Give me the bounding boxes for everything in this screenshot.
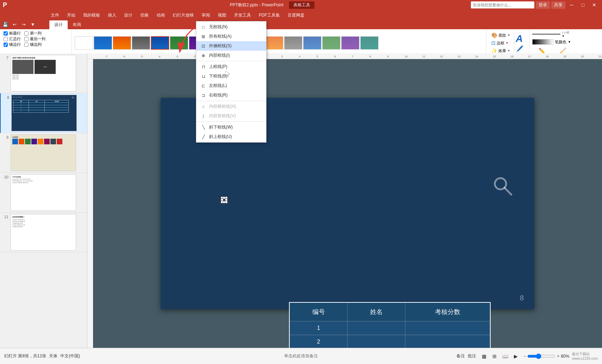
menu-slideshow[interactable]: 幻灯片放映 — [169, 11, 197, 20]
table-cell-2-1[interactable]: 2 — [289, 335, 348, 348]
table-cell-1-2[interactable] — [348, 321, 405, 335]
table-style-orange-2[interactable] — [265, 36, 283, 50]
table-style-purple-2[interactable] — [341, 36, 360, 50]
ribbon-tab-layout[interactable]: 布局 — [68, 20, 86, 29]
table-cell-1-1[interactable]: 1 — [289, 321, 348, 335]
menu-my-templates[interactable]: 我的模板 — [80, 11, 104, 20]
reading-view-button[interactable]: 📖 — [500, 352, 510, 360]
status-right: 备注 批注 ▦ ⊞ 📖 ▶ − + 80% 极光下载站 www.x1234.co… — [456, 352, 598, 360]
checkbox-row-1: 标题行 第一列 — [4, 31, 42, 36]
redo-qa-button[interactable]: ↪ — [20, 20, 27, 28]
slide-main-table[interactable]: 编号 姓名 考核分数 1 2 — [289, 302, 491, 348]
dropdown-item-right-border[interactable]: ⊐ 右框线(R) — [196, 90, 266, 100]
table-style-green-2[interactable] — [322, 36, 340, 50]
slide-num-9: 9 — [3, 135, 8, 139]
normal-view-button[interactable]: ▦ — [479, 352, 489, 360]
checkbox-last-col[interactable] — [24, 37, 29, 41]
zoom-controls: − + 80% — [523, 353, 569, 359]
login-button[interactable]: 登录 — [536, 1, 550, 9]
pen-color-preview — [532, 39, 553, 45]
dropdown-item-top-border[interactable]: ⊓ 上框线(P) — [196, 62, 266, 71]
menu-pdf-tools[interactable]: PDF工具集 — [255, 11, 283, 20]
table-style-orange[interactable] — [113, 36, 131, 50]
status-left: 幻灯片 第8张，共11张 天体 中文(中国) — [4, 353, 80, 359]
slide-thumbnail-10[interactable]: 10 文字内容标题 这是正文内容，包含了相关的文字说明。 PowerPoint教… — [0, 173, 87, 213]
table-style-gray-2[interactable] — [284, 36, 302, 50]
zoom-out-button[interactable]: − — [523, 354, 526, 359]
notes-button[interactable]: 备注 — [456, 353, 465, 359]
table-style-none[interactable] — [75, 36, 93, 50]
checkbox-total-row[interactable] — [4, 37, 8, 41]
checkbox-banded-rows[interactable] — [4, 43, 8, 47]
watermark-text: 极光下载站 — [572, 352, 590, 356]
maximize-button[interactable]: □ — [578, 1, 588, 9]
checkbox-header-row[interactable] — [4, 31, 8, 36]
menu-view[interactable]: 视图 — [214, 11, 230, 20]
slide-thumbnail-11[interactable]: 11 如何使用视频？ 1.这是第一条说明内容文字 2.PowerPoint中的视… — [0, 213, 87, 252]
table-cell-1-3[interactable] — [405, 321, 490, 335]
menu-review[interactable]: 审阅 — [198, 11, 214, 20]
table-style-blue-1[interactable] — [94, 36, 112, 50]
table-style-gray[interactable] — [132, 36, 150, 50]
dropdown-item-outer-borders[interactable]: ⊡ 外侧框线(S) — [196, 41, 266, 51]
language-info: 中文(中国) — [60, 353, 80, 359]
table-style-darkblue-2[interactable] — [303, 36, 321, 50]
table-style-darkblue[interactable] — [151, 36, 169, 50]
border-button[interactable]: ⊡ 边框 ▼ — [489, 39, 512, 46]
checkbox-first-col[interactable] — [24, 31, 29, 36]
window-title: PPT教程2.pptx - PowerPoint — [230, 2, 283, 8]
right-border-label: 右框线(R) — [209, 92, 228, 98]
pen-color-arrow[interactable]: ▼ — [568, 40, 571, 44]
diag-down-icon: ╲ — [201, 125, 206, 130]
slide-thumbnail-7[interactable]: 7 选择下图照片效果对应的选项 集体照 选项文字内容选项文字内容选项文字内容 — [0, 54, 87, 93]
no-border-label: 无框线(N) — [209, 24, 228, 30]
dropdown-item-no-border[interactable]: □ 无框线(N) — [196, 22, 266, 32]
undo-qa-button[interactable]: ↩ — [11, 20, 18, 28]
menu-insert[interactable]: 插入 — [104, 11, 120, 20]
wordart-A-button[interactable]: A — [516, 33, 523, 44]
minimize-button[interactable]: ─ — [567, 1, 577, 9]
pen-width-arrow[interactable]: ▼ — [562, 34, 569, 38]
svg-text:-5: -5 — [140, 55, 143, 58]
table-style-green[interactable] — [170, 36, 188, 50]
dropdown-item-bottom-border[interactable]: ⊔ 下框线(B) — [196, 71, 266, 81]
slide-thumbnail-9[interactable]: 9 内容标题 — [0, 133, 87, 173]
dropdown-item-diag-down[interactable]: ╲ 斜下框线(W) — [196, 123, 266, 132]
slide-sorter-button[interactable]: ⊞ — [490, 352, 499, 360]
customize-qa-button[interactable]: ▼ — [29, 20, 37, 28]
table-cell-2-2[interactable] — [348, 335, 405, 348]
dropdown-item-inner-borders[interactable]: ⊕ 内部框线(I) — [196, 51, 266, 60]
slide-thumbnail-8[interactable]: 8 编号 姓名 考核分数 编号姓名考核分数 1 2 3 4 🔍 — [0, 93, 87, 133]
zoom-slider[interactable] — [527, 353, 555, 359]
save-qa-button[interactable]: 💾 — [1, 20, 9, 28]
ribbon-tab-design[interactable]: 设计 — [49, 20, 68, 29]
note-placeholder: 单击此处添加备注 — [284, 353, 318, 358]
menu-baidu-pan[interactable]: 百度网盘 — [284, 11, 308, 20]
svg-text:12: 12 — [440, 55, 443, 58]
close-button[interactable]: ✕ — [589, 1, 599, 9]
share-button[interactable]: 共享 — [551, 1, 565, 9]
shading-button[interactable]: 🎨 底纹 ▼ — [489, 32, 512, 39]
slideshow-button[interactable]: ▶ — [511, 352, 521, 360]
inner-v-border-label: 内部竖框线(V) — [209, 113, 236, 119]
handle-bot-right[interactable] — [225, 201, 228, 203]
dropdown-item-inner-v-border: ∥ 内部竖框线(V) — [196, 111, 266, 121]
table-style-teal-2[interactable] — [360, 36, 379, 50]
zoom-in-button[interactable]: + — [557, 354, 559, 359]
search-input[interactable] — [471, 1, 534, 8]
menu-transitions[interactable]: 切换 — [137, 11, 152, 20]
svg-text:21: 21 — [598, 55, 602, 58]
menu-file[interactable]: 文件 — [47, 11, 63, 20]
dropdown-item-left-border[interactable]: ⊏ 左框线(L) — [196, 81, 266, 90]
checkbox-banded-cols-label: 镶边列 — [30, 42, 42, 47]
checkbox-banded-cols[interactable] — [24, 43, 29, 47]
table-cell-2-3[interactable] — [405, 335, 490, 348]
menu-animations[interactable]: 动画 — [153, 11, 168, 20]
dropdown-item-diag-up[interactable]: ╱ 斜上框线(U) — [196, 132, 266, 142]
text-color-button[interactable]: 🖊️ — [516, 45, 523, 53]
menu-start[interactable]: 开始 — [63, 11, 79, 20]
menu-developer[interactable]: 开发工具 — [231, 11, 254, 20]
menu-design[interactable]: 设计 — [121, 11, 136, 20]
comments-button[interactable]: 批注 — [468, 353, 476, 359]
dropdown-item-all-borders[interactable]: ⊞ 所有框线(A) — [196, 32, 266, 41]
